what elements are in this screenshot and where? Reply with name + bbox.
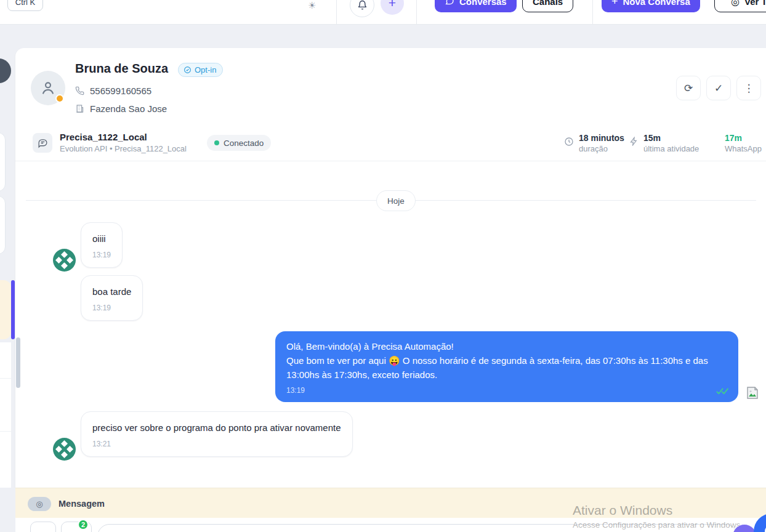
list-divider — [0, 431, 11, 432]
conversation-list-scrollbar[interactable] — [16, 337, 20, 388]
message-time: 13:19 — [92, 251, 111, 259]
message-bubble-outgoing: Olá, Bem-vindo(a) à Precisa Automação! Q… — [275, 331, 738, 402]
contact-company: Fazenda Sao Jose — [90, 103, 167, 114]
stat-whatsapp-value: 17m — [725, 133, 762, 143]
stat-whatsapp: 17m WhatsApp — [725, 133, 762, 153]
contact-chat-avatar — [53, 249, 76, 272]
nova-conversa-button[interactable]: + Nova Conversa — [602, 0, 700, 12]
eye-icon: ◎ — [731, 0, 740, 7]
channel-icon-box — [33, 133, 52, 153]
connected-dot — [214, 140, 219, 145]
message-bubble-incoming: boa tarde 13:19 — [81, 275, 143, 321]
message-text: Olá, Bem-vindo(a) à Precisa Automação! Q… — [286, 339, 727, 382]
stat-duration-value: 18 minutos — [579, 133, 624, 143]
composer-tool-button[interactable] — [30, 522, 56, 532]
conversation-item-fragment — [0, 196, 6, 254]
canais-label: Canais — [533, 0, 563, 7]
top-bar: Ctrl K ☀ + Conversas Canais + Nova Conve… — [0, 0, 766, 25]
person-icon — [39, 79, 57, 97]
stat-last-activity: 15m última atividade — [629, 133, 699, 153]
conversation-avatar-fragment — [0, 58, 11, 83]
visibility-toggle[interactable]: ◎ — [28, 497, 51, 511]
stat-duration-label: duração — [579, 144, 624, 153]
refresh-button[interactable]: ⟳ — [676, 76, 701, 100]
composer-mode-tab[interactable]: Mensagem — [58, 499, 105, 509]
message-bubble-incoming: oiiii 13:19 — [81, 222, 123, 268]
channel-provider: Evolution API • Precisa_1122_Local — [60, 144, 187, 153]
stat-duration: 18 minutos duração — [564, 133, 624, 153]
notifications-button[interactable] — [350, 0, 374, 17]
contact-phone-row: 556599160565 — [75, 86, 151, 96]
contact-chat-avatar — [53, 438, 76, 461]
contact-company-row: Fazenda Sao Jose — [75, 103, 167, 114]
topbar-divider — [592, 0, 593, 25]
resolve-button[interactable]: ✓ — [706, 76, 731, 100]
contact-name: Bruna de Souza — [75, 62, 168, 76]
plus-icon: + — [389, 0, 396, 10]
topbar-divider — [416, 0, 417, 25]
conversation-item-active-fragment[interactable] — [0, 280, 11, 339]
section-divider — [15, 161, 766, 161]
windows-watermark-title: Ativar o Windows — [573, 503, 672, 518]
list-divider — [0, 378, 11, 379]
phone-icon — [75, 86, 84, 95]
date-divider-pill: Hoje — [376, 190, 416, 211]
search-shortcut-badge[interactable]: Ctrl K — [7, 0, 43, 11]
active-conversation-accent-bar — [11, 280, 15, 339]
ver-todas-button[interactable]: ◎ Ver Tod — [714, 0, 766, 12]
ver-todas-label: Ver Tod — [744, 0, 766, 7]
optin-check-icon — [183, 66, 191, 74]
message-text: preciso ver sobre o programa do ponto pr… — [92, 422, 341, 433]
topbar-divider — [336, 0, 337, 25]
stat-whatsapp-label: WhatsApp — [725, 144, 762, 153]
conversation-item-fragment — [0, 132, 6, 191]
check-icon: ✓ — [714, 82, 723, 95]
channel-chat-icon — [38, 138, 48, 148]
canais-button[interactable]: Canais — [522, 0, 573, 12]
conversation-list-fragment — [0, 342, 11, 488]
message-text: oiiii — [92, 233, 111, 244]
optin-badge[interactable]: Opt-in — [178, 63, 223, 77]
chat-bubble-icon — [445, 0, 454, 6]
presence-dot — [55, 94, 64, 103]
windows-watermark-subtitle: Acesse Configurações para ativar o Windo… — [573, 520, 743, 530]
broken-image-icon — [745, 385, 760, 400]
attachment-count-badge: 2 — [78, 519, 89, 530]
kebab-menu-icon: ⋮ — [744, 82, 754, 95]
conversas-button[interactable]: Conversas — [435, 0, 517, 12]
lightning-icon — [629, 137, 639, 146]
refresh-icon: ⟳ — [684, 82, 693, 95]
clock-icon — [564, 137, 574, 147]
channel-name: Precisa_1122_Local — [60, 132, 147, 142]
app-window: Ctrl K ☀ + Conversas Canais + Nova Conve… — [0, 0, 766, 532]
bell-icon — [357, 0, 368, 10]
contact-phone: 556599160565 — [90, 86, 151, 96]
conversas-label: Conversas — [459, 0, 507, 7]
message-bubble-incoming: preciso ver sobre o programa do ponto pr… — [81, 411, 353, 457]
nova-conversa-label: Nova Conversa — [623, 0, 690, 7]
stat-activity-label: última atividade — [643, 144, 699, 153]
building-icon — [75, 104, 84, 113]
theme-toggle-sun-icon[interactable]: ☀ — [308, 1, 316, 10]
channel-status-label: Conectado — [224, 139, 264, 148]
more-options-button[interactable]: ⋮ — [736, 76, 761, 100]
quick-add-button[interactable]: + — [381, 0, 404, 15]
double-check-icon — [716, 387, 730, 395]
message-time: 13:19 — [92, 304, 131, 312]
message-text: boa tarde — [92, 286, 131, 297]
plus-icon: + — [611, 0, 618, 8]
message-time: 13:21 — [92, 440, 341, 448]
message-time: 13:19 — [286, 386, 727, 395]
eye-icon: ◎ — [36, 499, 42, 509]
channel-status-badge: Conectado — [207, 135, 271, 151]
optin-label: Opt-in — [195, 65, 216, 75]
stat-activity-value: 15m — [643, 133, 699, 143]
